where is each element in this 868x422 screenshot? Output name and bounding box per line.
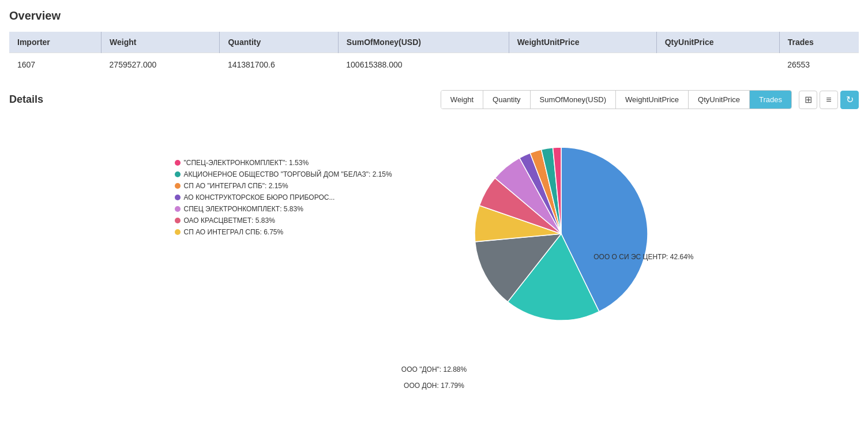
tab-qtyunitprice[interactable]: QtyUnitPrice [689,91,750,109]
legend-dot [175,160,181,166]
tab-trades[interactable]: Trades [750,91,791,109]
legend-item-belaz: АКЦИОНЕРНОЕ ОБЩЕСТВО "ТОРГОВЫЙ ДОМ "БЕЛА… [175,170,392,178]
col-importer: Importer [9,32,102,53]
legend-label: СП АО "ИНТЕГРАЛ СПБ": 2.15% [184,182,288,190]
bottom-labels: ООО "ДОН": 12.88% ООО ДОН: 17.79% [401,365,467,390]
legend-item-integral-spb-quote: СП АО "ИНТЕГРАЛ СПБ": 2.15% [175,182,392,190]
legend-label: АО КОНСТРУКТОРСКОЕ БЮРО ПРИБОРОС... [184,193,335,201]
legend-dot [175,218,181,223]
col-qtyunit: QtyUnitPrice [656,32,779,53]
col-weight: Weight [102,32,220,53]
cell-quantity: 141381700.6 [220,53,338,77]
list-view-button[interactable]: ≡ [820,91,838,109]
pie-container: "СПЕЦ-ЭЛЕКТРОНКОМПЛЕКТ": 1.53% АКЦИОНЕРН… [175,124,694,390]
legend-item-kb-priborostroenie: АО КОНСТРУКТОРСКОЕ БЮРО ПРИБОРОС... [175,193,392,201]
tab-quantity[interactable]: Quantity [483,91,530,109]
pie-chart-svg [463,136,659,332]
col-trades: Trades [779,32,859,53]
col-weightunit: WeightUnitPrice [509,32,656,53]
tab-group: Weight Quantity SumOfMoney(USD) WeightUn… [441,90,792,109]
right-label-ooo-si: ООО О СИ ЭС ЦЕНТР: 42.64% [593,253,693,261]
legend-label: СП АО ИНТЕГРАЛ СПБ: 6.75% [184,228,284,236]
legend-label: "СПЕЦ-ЭЛЕКТРОНКОМПЛЕКТ": 1.53% [184,159,309,167]
tab-weightunitprice[interactable]: WeightUnitPrice [616,91,689,109]
legend-label: СПЕЦ ЭЛЕКТРОНКОМПЛЕКТ: 5.83% [184,205,303,213]
tab-weight[interactable]: Weight [441,91,483,109]
bottom-label-don: ООО ДОН: 17.79% [401,382,467,390]
overview-table: Importer Weight Quantity SumOfMoney(USD)… [9,32,859,76]
legend-item-oao-krasc: ОАО КРАСЦВЕТМЕТ: 5.83% [175,216,392,225]
icon-group: ⊞ ≡ ↻ [799,91,859,109]
cell-importer: 1607 [9,53,102,77]
legend-dot [175,195,181,200]
details-header: Details Weight Quantity SumOfMoney(USD) … [9,90,859,109]
legend-dot [175,183,181,189]
refresh-button[interactable]: ↻ [840,91,859,109]
cell-sum: 100615388.000 [338,53,509,77]
legend-dot [175,229,181,235]
legend-dot [175,171,181,177]
legend-label: ОАО КРАСЦВЕТМЕТ: 5.83% [184,216,275,225]
legend-item-spets-elektronkomplekt: "СПЕЦ-ЭЛЕКТРОНКОМПЛЕКТ": 1.53% [175,159,392,167]
cell-qtyunit [656,53,779,77]
overview-title: Overview [9,9,859,23]
table-view-button[interactable]: ⊞ [799,91,817,109]
legend-label: АКЦИОНЕРНОЕ ОБЩЕСТВО "ТОРГОВЫЙ ДОМ "БЕЛА… [184,170,392,178]
table-row: 1607 2759527.000 141381700.6 100615388.0… [9,53,859,77]
cell-weightunit [509,53,656,77]
chart-area: "СПЕЦ-ЭЛЕКТРОНКОМПЛЕКТ": 1.53% АКЦИОНЕРН… [9,118,859,395]
col-quantity: Quantity [220,32,338,53]
legend-dot [175,206,181,212]
legend-item-sp-ao-integral: СП АО ИНТЕГРАЛ СПБ: 6.75% [175,228,392,236]
legend-item-spets-elek: СПЕЦ ЭЛЕКТРОНКОМПЛЕКТ: 5.83% [175,205,392,213]
col-sum: SumOfMoney(USD) [338,32,509,53]
details-title: Details [9,94,43,106]
cell-trades: 26553 [779,53,859,77]
cell-weight: 2759527.000 [102,53,220,77]
bottom-label-don-quote: ООО "ДОН": 12.88% [401,365,467,374]
tab-sumofmoney[interactable]: SumOfMoney(USD) [531,91,617,109]
legend-labels: "СПЕЦ-ЭЛЕКТРОНКОМПЛЕКТ": 1.53% АКЦИОНЕРН… [175,159,392,236]
